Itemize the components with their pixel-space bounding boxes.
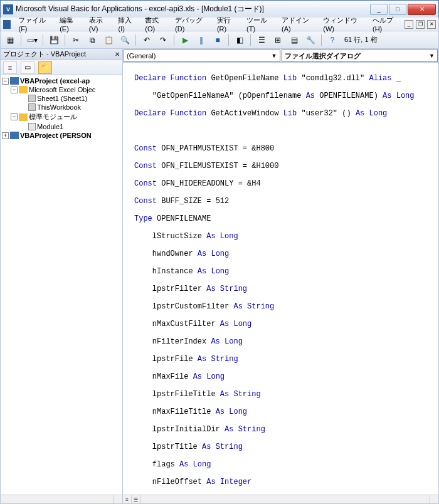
object-dropdown[interactable]: (General)▼: [124, 50, 280, 62]
tree-module1[interactable]: Module1: [37, 123, 63, 130]
project-explorer: プロジェクト - VBAProject ✕ ≡ ▭ 📁 −VBAProject …: [1, 49, 123, 503]
expand-icon[interactable]: −: [11, 87, 18, 93]
reset-button[interactable]: ■: [211, 33, 225, 47]
menu-help[interactable]: ヘルプ(H): [369, 14, 403, 34]
folder-icon: [19, 86, 28, 93]
procedure-view-button[interactable]: ≡: [123, 495, 132, 504]
save-button[interactable]: 💾: [47, 33, 61, 47]
code-pane: (General)▼ ファイル選択ダイアログ▼ Declare Function…: [123, 49, 438, 503]
vba-icon: [3, 20, 11, 29]
insert-userform-button[interactable]: ▭▾: [25, 33, 39, 47]
dropdown-arrow-icon[interactable]: ▼: [272, 53, 277, 59]
redo-button[interactable]: ↷: [156, 33, 170, 47]
find-button[interactable]: 🔍: [118, 33, 132, 47]
folder-icon: [19, 113, 28, 121]
paste-button[interactable]: 📋: [102, 33, 115, 47]
dropdown-arrow-icon[interactable]: ▼: [429, 53, 435, 59]
doc-restore-button[interactable]: ❐: [416, 20, 425, 29]
project-explorer-header: プロジェクト - VBAProject ✕: [1, 49, 122, 60]
code-view-controls: ≡ ☰: [123, 495, 438, 503]
project-scrollbar[interactable]: [1, 495, 122, 503]
toolbar: ▦ ▭▾ 💾 ✂ ⧉ 📋 🔍 ↶ ↷ ▶ ‖ ■ ◧ ☰ ⊞ ▤ 🔧 ? 61 …: [0, 31, 439, 49]
project-tree[interactable]: −VBAProject (excel-ap −Microsoft Excel O…: [1, 75, 122, 495]
tree-thisworkbook[interactable]: ThisWorkbook: [37, 103, 81, 111]
app-icon: V: [3, 4, 13, 14]
menu-debug[interactable]: デバッグ(D): [171, 14, 212, 34]
expand-icon[interactable]: −: [2, 78, 9, 85]
doc-close-button[interactable]: ✕: [427, 20, 436, 29]
expand-icon[interactable]: −: [11, 113, 18, 120]
copy-button[interactable]: ⧉: [85, 33, 99, 47]
minimize-button[interactable]: _: [370, 4, 388, 15]
cursor-position: 61 行, 1 桁: [344, 35, 378, 45]
code-dropdowns: (General)▼ ファイル選択ダイアログ▼: [123, 49, 438, 63]
view-excel-button[interactable]: ▦: [3, 33, 17, 47]
doc-min-button[interactable]: _: [405, 20, 413, 29]
menu-format[interactable]: 書式(O): [141, 14, 170, 34]
project-explorer-button[interactable]: ☰: [255, 33, 268, 47]
horizontal-scrollbar[interactable]: [140, 495, 430, 503]
close-button[interactable]: ✕: [408, 4, 436, 15]
toggle-folders-button[interactable]: 📁: [38, 61, 52, 74]
expand-icon[interactable]: +: [2, 132, 9, 139]
menu-addins[interactable]: アドイン(A): [278, 14, 318, 34]
tree-vbaproject1[interactable]: VBAProject (excel-ap: [20, 77, 90, 85]
maximize-button[interactable]: □: [389, 4, 406, 15]
procedure-dropdown[interactable]: ファイル選択ダイアログ▼: [282, 50, 438, 62]
menubar: ファイル(F) 編集(E) 表示(V) 挿入(I) 書式(O) デバッグ(D) …: [0, 18, 439, 31]
main: プロジェクト - VBAProject ✕ ≡ ▭ 📁 −VBAProject …: [0, 49, 439, 504]
design-mode-button[interactable]: ◧: [233, 33, 246, 47]
help-button[interactable]: ?: [325, 33, 339, 47]
run-button[interactable]: ▶: [178, 33, 192, 47]
tree-vbaproject2[interactable]: VBAProject (PERSON: [20, 132, 92, 139]
view-object-button[interactable]: ▭: [21, 61, 34, 74]
workbook-icon: [28, 103, 36, 111]
break-button[interactable]: ‖: [194, 33, 208, 47]
window-controls: _ □ ✕: [370, 4, 436, 15]
cut-button[interactable]: ✂: [69, 33, 83, 47]
menu-view[interactable]: 表示(V): [85, 14, 114, 34]
tree-excel-objects[interactable]: Microsoft Excel Objec: [29, 86, 95, 93]
menu-tools[interactable]: ツール(T): [243, 14, 277, 34]
toolbox-button[interactable]: 🔧: [304, 33, 317, 47]
tree-sheet1[interactable]: Sheet1 (Sheet1): [37, 95, 87, 102]
doc-controls: _ ❐ ✕: [405, 20, 436, 29]
sheet-icon: [28, 95, 36, 102]
menu-edit[interactable]: 編集(E): [56, 14, 84, 34]
project-explorer-toolbar: ≡ ▭ 📁: [1, 60, 122, 75]
object-browser-button[interactable]: ▤: [287, 33, 301, 47]
project-icon: [10, 132, 19, 139]
menu-window[interactable]: ウィンドウ(W): [319, 14, 368, 34]
menu-run[interactable]: 実行(R): [213, 14, 241, 34]
view-code-button[interactable]: ≡: [3, 61, 17, 74]
project-icon: [10, 77, 19, 85]
window-title: Microsoft Visual Basic for Applications …: [16, 4, 370, 14]
module-icon: [28, 123, 36, 130]
properties-button[interactable]: ⊞: [271, 33, 285, 47]
menu-insert[interactable]: 挿入(I): [114, 14, 140, 34]
project-explorer-close-icon[interactable]: ✕: [115, 51, 120, 58]
full-module-view-button[interactable]: ☰: [132, 495, 140, 504]
code-editor[interactable]: Declare Function GetOpenFileName Lib "co…: [123, 63, 438, 495]
project-explorer-title: プロジェクト - VBAProject: [3, 50, 86, 59]
menu-file[interactable]: ファイル(F): [14, 14, 55, 34]
undo-button[interactable]: ↶: [140, 33, 154, 47]
tree-modules-folder[interactable]: 標準モジュール: [29, 112, 77, 122]
